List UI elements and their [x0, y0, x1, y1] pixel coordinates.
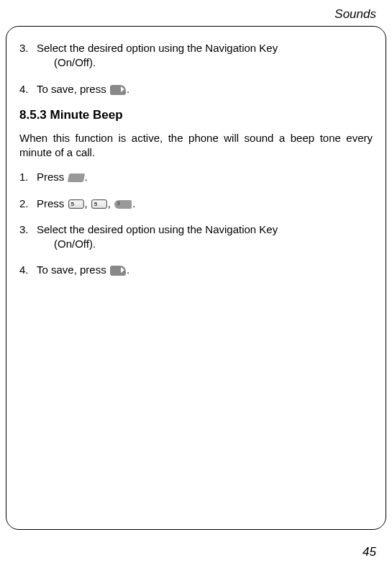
prev-step-3: 3. Select the desired option using the N…: [19, 41, 373, 71]
key-label: 5: [71, 201, 74, 209]
content-frame: 3. Select the desired option using the N…: [6, 26, 386, 530]
page-number: 45: [363, 545, 376, 559]
step-text: Press 5, 5, .: [37, 197, 373, 211]
ok-icon: [110, 85, 126, 95]
step-text: Select the desired option using the Navi…: [37, 41, 373, 71]
section-heading: 8.5.3 Minute Beep: [19, 108, 373, 122]
step-number: 1.: [19, 170, 37, 184]
step-text: Press .: [37, 170, 373, 184]
page-header: Sounds: [0, 0, 392, 26]
comma: ,: [85, 197, 91, 209]
text-after: .: [85, 171, 88, 183]
step-line2: (On/Off).: [37, 55, 373, 70]
step-number: 3.: [19, 41, 37, 71]
five-key-icon: 5: [91, 199, 107, 209]
text-after: .: [132, 197, 135, 209]
text-before: To save, press: [37, 263, 109, 276]
step-4: 4. To save, press .: [19, 263, 373, 277]
text-after: .: [127, 83, 129, 95]
step-number: 3.: [19, 222, 37, 252]
step-3: 3. Select the desired option using the N…: [19, 222, 373, 252]
step-line2: (On/Off).: [37, 237, 373, 251]
step-1: 1. Press .: [19, 170, 373, 184]
step-2: 2. Press 5, 5, .: [19, 197, 373, 211]
comma: ,: [108, 197, 114, 209]
text-after: .: [127, 263, 129, 276]
text-before: Press: [37, 197, 68, 209]
step-number: 2.: [19, 197, 37, 211]
five-key-icon: 5: [68, 199, 84, 209]
step-text: To save, press .: [37, 82, 373, 96]
key-label: 5: [94, 201, 97, 209]
section-paragraph: When this function is active, the phone …: [19, 131, 373, 161]
step-line1: Select the desired option using the Navi…: [37, 42, 278, 54]
three-key-icon: [114, 200, 132, 209]
text-before: To save, press: [37, 83, 109, 95]
step-number: 4.: [19, 82, 37, 96]
text-before: Press: [37, 171, 68, 183]
step-text: Select the desired option using the Navi…: [37, 222, 373, 252]
step-text: To save, press .: [37, 263, 373, 277]
softkey-icon: [67, 173, 85, 182]
step-line1: Select the desired option using the Navi…: [37, 223, 278, 235]
step-number: 4.: [19, 263, 37, 277]
ok-icon: [110, 266, 126, 276]
prev-step-4: 4. To save, press .: [19, 82, 373, 96]
